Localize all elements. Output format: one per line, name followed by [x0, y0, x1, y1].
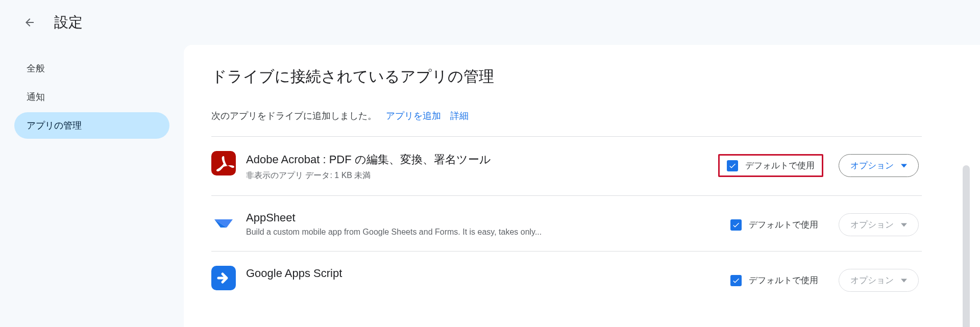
main-panel: ドライブに接続されているアプリの管理 次のアプリをドライブに追加しました。 アプ…: [184, 45, 980, 327]
arrow-left-icon: [23, 16, 36, 29]
app-row-appsheet: AppSheet Build a custom mobile app from …: [211, 196, 922, 251]
default-use-label: デフォルトで使用: [745, 160, 815, 171]
sidebar-item-notifications[interactable]: 通知: [14, 84, 169, 110]
options-button-label: オプション: [850, 160, 894, 171]
scrollbar[interactable]: [963, 165, 970, 327]
caret-down-icon: [901, 278, 907, 284]
app-name: Google Apps Script: [246, 267, 715, 280]
sidebar-item-label: 全般: [27, 62, 45, 74]
main-title: ドライブに接続されているアプリの管理: [211, 66, 922, 87]
settings-header: 設定: [0, 0, 980, 45]
appsheet-icon: [211, 210, 236, 235]
intro-text: 次のアプリをドライブに追加しました。: [211, 110, 377, 122]
default-use-wrap: デフォルトで使用: [725, 271, 823, 289]
sidebar-item-manage-apps[interactable]: アプリの管理: [14, 112, 169, 139]
settings-sidebar: 全般 通知 アプリの管理: [0, 45, 184, 327]
add-app-link[interactable]: アプリを追加: [386, 110, 441, 122]
default-use-checkbox[interactable]: [730, 275, 742, 286]
default-use-checkbox[interactable]: [727, 160, 738, 171]
app-subtext: Build a custom mobile app from Google Sh…: [246, 228, 715, 237]
app-info: AppSheet Build a custom mobile app from …: [246, 210, 715, 237]
caret-down-icon: [901, 163, 907, 169]
sidebar-item-label: 通知: [27, 91, 45, 103]
default-use-checkbox[interactable]: [730, 219, 742, 231]
default-use-label: デフォルトで使用: [749, 274, 818, 286]
details-link[interactable]: 詳細: [450, 110, 469, 122]
options-button[interactable]: オプション: [839, 213, 919, 236]
check-icon: [728, 162, 737, 170]
default-use-label: デフォルトで使用: [749, 219, 818, 231]
app-subtext: 非表示のアプリ データ: 1 KB 未満: [246, 170, 708, 181]
app-name: AppSheet: [246, 211, 715, 224]
acrobat-icon: [211, 151, 236, 175]
app-controls: デフォルトで使用 オプション: [725, 266, 922, 292]
options-button-label: オプション: [850, 219, 894, 231]
app-row-appsscript: Google Apps Script デフォルトで使用 オプション: [211, 251, 922, 292]
appsscript-icon: [211, 266, 236, 290]
options-button[interactable]: オプション: [839, 269, 919, 292]
sidebar-item-label: アプリの管理: [27, 119, 82, 132]
options-button[interactable]: オプション: [839, 154, 919, 177]
default-use-wrap: デフォルトで使用: [725, 216, 823, 234]
app-controls: デフォルトで使用 オプション: [725, 210, 922, 236]
app-info: Adobe Acrobat : PDF の編集、変換、署名ツール 非表示のアプリ…: [246, 151, 708, 181]
default-use-wrap: デフォルトで使用: [718, 154, 823, 177]
sidebar-item-general[interactable]: 全般: [14, 55, 169, 82]
options-button-label: オプション: [850, 274, 894, 286]
app-info: Google Apps Script: [246, 266, 715, 283]
check-icon: [732, 276, 740, 285]
app-list: Adobe Acrobat : PDF の編集、変換、署名ツール 非表示のアプリ…: [211, 136, 922, 292]
check-icon: [732, 221, 740, 229]
caret-down-icon: [901, 222, 907, 228]
app-controls: デフォルトで使用 オプション: [718, 151, 922, 177]
app-icon-appsscript: [211, 266, 236, 290]
page-title: 設定: [54, 13, 83, 32]
intro-row: 次のアプリをドライブに追加しました。 アプリを追加 詳細: [211, 110, 922, 136]
back-button[interactable]: [19, 12, 40, 33]
app-row-acrobat: Adobe Acrobat : PDF の編集、変換、署名ツール 非表示のアプリ…: [211, 137, 922, 196]
app-icon-appsheet: [211, 210, 236, 235]
app-name: Adobe Acrobat : PDF の編集、変換、署名ツール: [246, 152, 708, 167]
app-icon-acrobat: [211, 151, 236, 175]
